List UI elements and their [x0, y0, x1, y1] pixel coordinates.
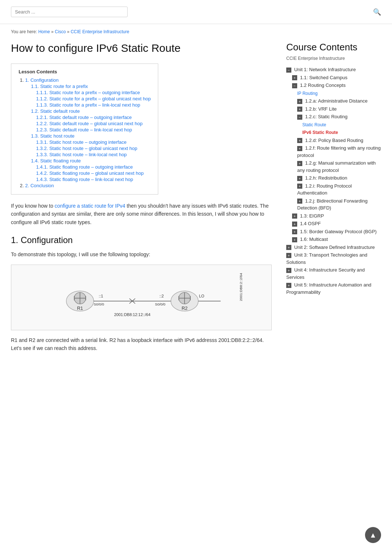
- toc-link-1-2[interactable]: 1.2. Static default route: [31, 108, 80, 114]
- tree-item-unit4: + Unit 4: Infrastructure Security and Se…: [286, 266, 381, 281]
- tree-label-1-1: 1.1: Switched Campus: [300, 75, 348, 80]
- diagram-svg: R1 R2 ::1 S0/: [11, 265, 271, 330]
- tree-icon-1-2-g[interactable]: +: [297, 161, 302, 166]
- search-bar: 🔍: [0, 0, 392, 24]
- right-sidebar: Course Contents CCIE Enterprise Infrastr…: [286, 42, 381, 352]
- list-item: 1.2.1. Static default route – outgoing i…: [36, 115, 151, 120]
- tree-label-1-2-h: 1.2.h: Redistribution: [305, 175, 348, 181]
- list-item: 1.3.1. Static host route – outgoing inte…: [36, 139, 151, 145]
- tree-item-1-2-b: + 1.2.b: VRF Lite: [286, 105, 381, 113]
- network-diagram: R1 R2 ::1 S0/: [11, 265, 272, 330]
- tree-item-unit3: + Unit 3: Transport Technologies and Sol…: [286, 251, 381, 266]
- tree-item-1-2-c: − 1.2.c: Static Routing: [286, 113, 381, 120]
- tree-label-1-2: 1.2 Routing Concepts: [300, 82, 346, 88]
- tree-item-1-2-i: + 1.2.i: Routing Protocol Authentication: [286, 182, 381, 197]
- breadcrumb-prefix: You are here:: [11, 29, 38, 34]
- toc-link-1-1-2[interactable]: 1.1.2. Static route for a prefix – globa…: [36, 96, 151, 101]
- tree-label-unit3: Unit 3: Transport Technologies and Solut…: [286, 252, 367, 265]
- tree-icon-unit3[interactable]: +: [286, 253, 291, 258]
- tree-item-unit1: − Unit 1: Network Infrastructure: [286, 66, 381, 73]
- toc-link-1-1[interactable]: 1.1. Static route for a prefix: [31, 84, 88, 89]
- svg-text:R2: R2: [182, 305, 187, 311]
- lesson-box-heading: Lesson Contents: [19, 69, 151, 74]
- tree-label-1-2-f: 1.2.f: Route filtering with any routing …: [297, 145, 381, 158]
- caption-text: R1 and R2 are connected with a serial li…: [11, 336, 272, 353]
- svg-text:LO: LO: [199, 294, 205, 298]
- tree-item-1-3: + 1.3: EIGRP: [286, 212, 381, 220]
- link-ip-routing[interactable]: IP Routing: [297, 91, 318, 96]
- tree-label-unit2: Unit 2: Software Defined Infrastructure: [294, 245, 375, 250]
- tree-icon-unit5[interactable]: +: [286, 283, 291, 288]
- tree-icon-1-1[interactable]: +: [292, 75, 297, 80]
- svg-text:R1: R1: [77, 305, 83, 311]
- tree-item-1-2-j: + 1.2.j: Bidirectional Forwarding Detect…: [286, 197, 381, 212]
- tree-icon-unit4[interactable]: +: [286, 268, 291, 273]
- tree-icon-1-2-i[interactable]: +: [297, 184, 302, 189]
- list-item: 1.4. Static floating route 1.4.1. Static…: [31, 158, 151, 182]
- section-1-text: To demonstrate this topology, I will use…: [11, 250, 272, 258]
- tree-item-1-6: + 1.6: Multicast: [286, 236, 381, 243]
- tree-item-1-2: − 1.2 Routing Concepts: [286, 82, 381, 89]
- intro-link[interactable]: configure a static route for IPv4: [55, 203, 125, 209]
- list-item: 1.2.2. Static default route – global uni…: [36, 121, 151, 126]
- breadcrumb-ccie[interactable]: CCIE Enterprise Infrastructure: [71, 29, 129, 34]
- tree-icon-1-2-d[interactable]: +: [297, 138, 302, 143]
- toc-link-1-2-3[interactable]: 1.2.3. Static default route – link-local…: [36, 127, 132, 132]
- search-icon[interactable]: 🔍: [373, 8, 381, 16]
- toc-link-1-3[interactable]: 1.3. Static host route: [31, 133, 74, 139]
- intro-before: If you know how to: [11, 203, 55, 209]
- tree-icon-1-5[interactable]: +: [292, 229, 297, 234]
- toc-link-1-1-1[interactable]: 1.1.1. Static route for a prefix – outgo…: [36, 90, 140, 95]
- toc-link-1-3-2[interactable]: 1.3.2. Static host route – global unicas…: [36, 146, 137, 151]
- tree-item-unit2: + Unit 2: Software Defined Infrastructur…: [286, 244, 381, 251]
- tree-icon-1-2-a[interactable]: +: [297, 99, 302, 104]
- tree-icon-1-2-f[interactable]: +: [297, 146, 302, 151]
- toc-link-1-3-3[interactable]: 1.3.3. Static host route – link-local ne…: [36, 152, 127, 157]
- tree-icon-1-2-j[interactable]: +: [297, 199, 302, 204]
- tree-icon-1-2-c[interactable]: −: [297, 115, 302, 120]
- list-item: 1.4.2. Static floating route – global un…: [36, 170, 151, 176]
- list-item: 1.1.2. Static route for a prefix – globa…: [36, 96, 151, 101]
- list-item: 1.1.3. Static route for a prefix – link-…: [36, 102, 151, 108]
- tree-label-1-3: 1.3: EIGRP: [300, 213, 324, 219]
- toc-link-1-4-2[interactable]: 1.4.2. Static floating route – global un…: [36, 170, 144, 176]
- tree-icon-unit1[interactable]: −: [286, 68, 291, 73]
- list-item: 1.1. Static route for a prefix 1.1.1. St…: [31, 84, 151, 108]
- list-item: 1. Configuration 1.1. Static route for a…: [25, 77, 151, 182]
- tree-item-unit5: + Unit 5: Infrastructure Automation and …: [286, 281, 381, 296]
- tree-icon-unit2[interactable]: +: [286, 245, 291, 250]
- list-item: 1.3. Static host route 1.3.1. Static hos…: [31, 133, 151, 157]
- toc-link-1-4-1[interactable]: 1.4.1. Static floating route – outgoing …: [36, 164, 133, 170]
- toc-link-1-3-1[interactable]: 1.3.1. Static host route – outgoing inte…: [36, 139, 127, 145]
- tree-label-1-2-b: 1.2.b: VRF Lite: [305, 106, 337, 112]
- tree-icon-1-2-h[interactable]: +: [297, 176, 302, 181]
- left-content: How to configure IPv6 Static Route Lesso…: [11, 42, 272, 352]
- breadcrumb-cisco[interactable]: Cisco: [55, 29, 66, 34]
- breadcrumb: You are here: Home » Cisco » CCIE Enterp…: [11, 24, 381, 38]
- tree-item-1-2-g: + 1.2.g: Manual summarization with any r…: [286, 159, 381, 174]
- tree-label-1-2-a: 1.2.a: Administrative Distance: [305, 98, 368, 104]
- breadcrumb-home[interactable]: Home: [38, 29, 50, 34]
- toc-link-conclusion[interactable]: 2. Conclusion: [25, 183, 54, 188]
- list-item: 2. Conclusion: [25, 183, 151, 188]
- tree-icon-1-2-b[interactable]: +: [297, 107, 302, 112]
- link-static-route[interactable]: Static Route: [302, 122, 326, 127]
- list-item: 1.3.3. Static host route – link-local ne…: [36, 152, 151, 157]
- toc-link-1-4[interactable]: 1.4. Static floating route: [31, 158, 81, 163]
- toc-link-1-4-3[interactable]: 1.4.3. Static floating route – link-loca…: [36, 177, 133, 182]
- content-layout: How to configure IPv6 Static Route Lesso…: [11, 38, 381, 352]
- toc-link-config[interactable]: 1. Configuration: [25, 77, 59, 83]
- toc-link-1-1-3[interactable]: 1.1.3. Static route for a prefix – link-…: [36, 102, 140, 108]
- tree-label-unit1: Unit 1: Network Infrastructure: [294, 67, 356, 72]
- tree-icon-1-6[interactable]: +: [292, 237, 297, 242]
- tree-icon-1-2[interactable]: −: [292, 83, 297, 88]
- search-input[interactable]: [11, 7, 128, 17]
- link-ipv6-static[interactable]: IPv6 Static Route: [302, 130, 338, 135]
- svg-text:S0/0/0: S0/0/0: [155, 302, 166, 306]
- tree-icon-1-3[interactable]: +: [292, 213, 297, 219]
- tree-label-1-2-c: 1.2.c: Static Routing: [305, 114, 348, 119]
- toc-link-1-2-2[interactable]: 1.2.2. Static default route – global uni…: [36, 121, 143, 126]
- toc-link-1-2-1[interactable]: 1.2.1. Static default route – outgoing i…: [36, 115, 132, 120]
- tree-icon-1-4[interactable]: +: [292, 222, 297, 227]
- svg-text:::2: ::2: [159, 294, 164, 298]
